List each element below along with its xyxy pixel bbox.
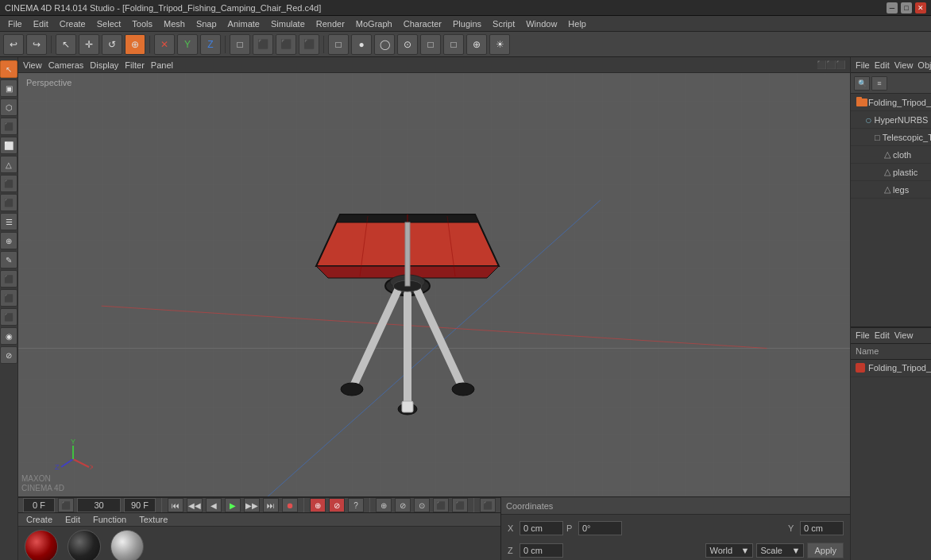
- sidebar-texture-btn[interactable]: ◉: [0, 327, 17, 345]
- scale-button[interactable]: ✛: [79, 34, 99, 55]
- point-mode-button[interactable]: ⬛: [253, 34, 273, 55]
- close-button[interactable]: ✕: [915, 2, 926, 14]
- vp-menu-cameras[interactable]: Cameras: [48, 60, 84, 70]
- pb-extra3[interactable]: ⊙: [414, 498, 430, 512]
- cube-button[interactable]: □: [328, 34, 349, 55]
- vp-menu-display[interactable]: Display: [90, 60, 118, 70]
- ms-tab-edit[interactable]: Edit: [62, 513, 83, 526]
- play-fwd-btn[interactable]: ▶: [225, 498, 241, 512]
- y-axis-button[interactable]: Y: [177, 34, 198, 55]
- sidebar-loop-btn[interactable]: ⬛: [0, 194, 17, 211]
- menu-animate[interactable]: Animate: [223, 17, 265, 30]
- menu-character[interactable]: Character: [399, 17, 446, 30]
- redo-button[interactable]: ↪: [26, 34, 47, 55]
- nurbs-button[interactable]: □: [443, 34, 464, 55]
- menu-script[interactable]: Script: [488, 17, 520, 30]
- sidebar-misc-btn[interactable]: ⊘: [0, 346, 17, 364]
- current-frame-field[interactable]: 0 F: [23, 498, 55, 512]
- pb-extra4[interactable]: ⬛: [433, 498, 449, 512]
- mat-plastic[interactable]: plastic: [68, 530, 101, 560]
- obj-menu-objects[interactable]: Objects: [917, 60, 931, 70]
- vp-menu-panel[interactable]: Panel: [151, 60, 173, 70]
- step-back-btn[interactable]: ◀◀: [187, 498, 203, 512]
- sidebar-bridge-btn[interactable]: ☰: [0, 213, 17, 230]
- record-btn[interactable]: ⏺: [282, 498, 298, 512]
- sidebar-knife-btn[interactable]: ⬛: [0, 175, 17, 192]
- step-fwd-btn[interactable]: ▶▶: [244, 498, 260, 512]
- mat-row-chair-red[interactable]: Folding_Tripod_Fishing_Camping_Chair_Red…: [851, 360, 931, 377]
- menu-create[interactable]: Create: [55, 17, 91, 30]
- cone-button[interactable]: ⊙: [397, 34, 418, 55]
- sidebar-select-btn[interactable]: ↖: [0, 60, 17, 78]
- vp-menu-view[interactable]: View: [23, 60, 42, 70]
- menu-tools[interactable]: Tools: [127, 17, 157, 30]
- obj-row-plastic[interactable]: △ plastic ⬛⬛: [851, 164, 931, 181]
- menu-edit[interactable]: Edit: [29, 17, 53, 30]
- x-axis-button[interactable]: ✕: [154, 34, 175, 55]
- auto-key-btn[interactable]: ⊘: [329, 498, 345, 512]
- goto-start-btn[interactable]: ⏮: [168, 498, 183, 512]
- mat-menu-edit[interactable]: Edit: [875, 330, 890, 340]
- obj-row-telescopic[interactable]: □ Telescopic_Tripod_Folding_Chair: [851, 129, 931, 146]
- menu-mesh[interactable]: Mesh: [159, 17, 190, 30]
- coord-h-input[interactable]: 0°: [578, 521, 622, 535]
- menu-mograph[interactable]: MoGraph: [351, 17, 397, 30]
- pb-extra5[interactable]: ⬛: [452, 498, 468, 512]
- object-mode-button[interactable]: □: [230, 34, 250, 55]
- mat-cloth[interactable]: cloth: [25, 530, 58, 560]
- 3d-viewport[interactable]: Perspective X Z Y MAXON CINEMA 4D: [18, 73, 850, 496]
- sidebar-lasso-btn[interactable]: ⬜: [0, 137, 17, 154]
- spline-button[interactable]: □: [420, 34, 441, 55]
- obj-row-legs[interactable]: △ legs ⬛⬛: [851, 181, 931, 199]
- pb-extra2[interactable]: ⊘: [395, 498, 411, 512]
- menu-window[interactable]: Window: [521, 17, 562, 30]
- sidebar-magnet-btn[interactable]: ⬛: [0, 270, 17, 288]
- apply-button[interactable]: Apply: [807, 543, 844, 558]
- sidebar-extrude-btn[interactable]: ⊕: [0, 232, 17, 249]
- coord-y-input[interactable]: 0 cm: [800, 521, 844, 535]
- edge-mode-button[interactable]: ⬛: [276, 34, 296, 55]
- deformer-button[interactable]: ⊕: [466, 34, 487, 55]
- pb-timeline-btn[interactable]: ⬛: [480, 498, 496, 512]
- sidebar-box-btn[interactable]: ⬛: [0, 118, 17, 135]
- move-button[interactable]: ↖: [56, 34, 76, 55]
- obj-menu-file[interactable]: File: [856, 60, 870, 70]
- obj-menu-edit[interactable]: Edit: [875, 60, 890, 70]
- obj-row-root[interactable]: Folding_Tripod_Fishing_Camping_Chair_Red…: [851, 94, 931, 111]
- minimize-button[interactable]: ─: [887, 2, 898, 14]
- ms-tab-texture[interactable]: Texture: [136, 513, 171, 526]
- pb-extra1[interactable]: ⊕: [376, 498, 392, 512]
- coord-z-input[interactable]: 0 cm: [520, 543, 563, 558]
- sidebar-paint-btn[interactable]: △: [0, 156, 17, 173]
- fps-field[interactable]: 30: [77, 498, 121, 512]
- record-key-btn[interactable]: ⊕: [310, 498, 326, 512]
- total-frames-field[interactable]: 90 F: [124, 498, 156, 512]
- frame-step-back[interactable]: ⬛: [58, 498, 74, 512]
- obj-row-cloth[interactable]: △ cloth ⬛⬛: [851, 146, 931, 164]
- sidebar-weight-btn[interactable]: ⬛: [0, 308, 17, 326]
- menu-snap[interactable]: Snap: [191, 17, 222, 30]
- mat-metal[interactable]: metall: [110, 530, 144, 560]
- menu-file[interactable]: File: [3, 17, 27, 30]
- sidebar-mesh-btn[interactable]: ▣: [0, 79, 17, 97]
- help-btn[interactable]: ?: [348, 498, 364, 512]
- sidebar-pen-btn[interactable]: ✎: [0, 251, 17, 268]
- coord-x-input[interactable]: 0 cm: [520, 521, 563, 535]
- coords-scale-mode[interactable]: Scale ▼: [756, 543, 804, 558]
- obj-search-btn[interactable]: 🔍: [854, 76, 870, 91]
- cylinder-button[interactable]: ◯: [374, 34, 395, 55]
- goto-end-btn[interactable]: ⏭: [263, 498, 279, 512]
- ms-tab-function[interactable]: Function: [90, 513, 129, 526]
- z-axis-button[interactable]: Z: [200, 34, 221, 55]
- menu-simulate[interactable]: Simulate: [266, 17, 310, 30]
- mat-menu-view[interactable]: View: [894, 330, 914, 340]
- timeline-ruler[interactable]: 0 5 10 15 20 25 30 35 40 45 50 55 60 65 …: [18, 496, 500, 497]
- rotate-button[interactable]: ↺: [102, 34, 122, 55]
- undo-button[interactable]: ↩: [3, 34, 24, 55]
- sphere-button[interactable]: ●: [351, 34, 372, 55]
- poly-mode-button[interactable]: ⬛: [299, 34, 319, 55]
- mat-menu-file[interactable]: File: [856, 330, 870, 340]
- ms-tab-create[interactable]: Create: [23, 513, 56, 526]
- select-button[interactable]: ⊕: [125, 34, 145, 55]
- menu-plugins[interactable]: Plugins: [448, 17, 486, 30]
